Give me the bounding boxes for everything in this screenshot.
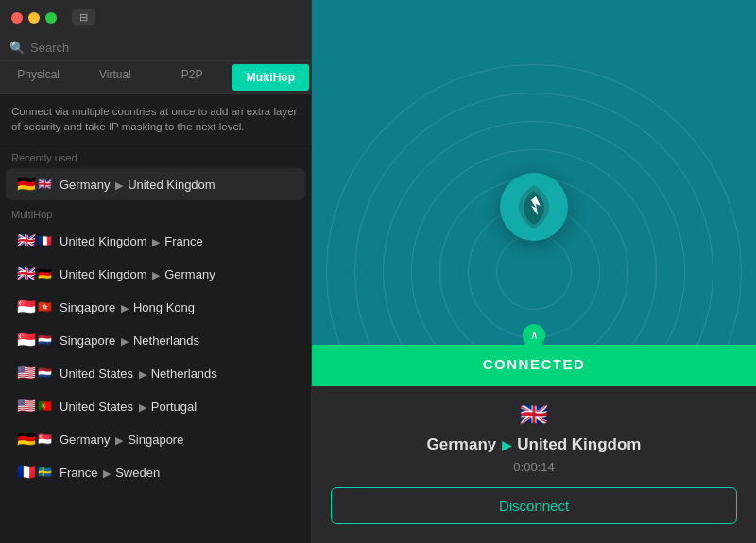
flag-to: 🇳🇱 (38, 333, 52, 347)
flag-pair: 🇺🇸 🇳🇱 (17, 365, 52, 381)
list-item[interactable]: 🇸🇬 🇭🇰 Singapore ▶ Hong Kong (6, 291, 305, 323)
connection-card: ∧ CONNECTED 🇬🇧 Germany ▶ United Kingdom … (312, 345, 756, 543)
item-label: Singapore ▶ Netherlands (60, 333, 199, 348)
connection-name: Germany ▶ United Kingdom (331, 435, 737, 454)
flag-from: 🇬🇧 (17, 233, 36, 248)
flag-to: 🇭🇰 (38, 300, 52, 314)
flag-from: 🇸🇬 (17, 332, 36, 348)
arrow-icon: ▶ (152, 236, 163, 247)
title-bar: ⊟ (0, 0, 311, 35)
tab-p2p[interactable]: P2P (154, 61, 231, 93)
list-item[interactable]: 🇸🇬 🇳🇱 Singapore ▶ Netherlands (6, 324, 305, 356)
flag-to: 🇬🇧 (38, 178, 52, 191)
flag-from: 🇬🇧 (17, 266, 36, 281)
disconnect-button[interactable]: Disconnect (331, 487, 737, 524)
search-icon: 🔍 (9, 41, 25, 55)
left-panel: ⊟ 🔍 Physical Virtual P2P MultiHop Connec… (0, 0, 312, 543)
arrow-icon: ▶ (139, 401, 149, 413)
item-label: United Kingdom ▶ Germany (60, 267, 215, 281)
arrow-icon: ▶ (115, 179, 126, 191)
multihop-label: MultiHop (0, 201, 311, 224)
tab-physical[interactable]: Physical (0, 61, 77, 93)
flag-to: 🇵🇹 (38, 399, 52, 413)
item-label: Singapore ▶ Hong Kong (60, 300, 195, 314)
item-label: United States ▶ Netherlands (60, 366, 217, 381)
logo-container (500, 173, 568, 241)
tab-bar: Physical Virtual P2P MultiHop (0, 61, 311, 94)
flag-pair: 🇺🇸 🇵🇹 (17, 399, 52, 414)
search-bar: 🔍 (0, 35, 311, 61)
search-input[interactable] (30, 41, 301, 55)
item-label: United Kingdom ▶ France (60, 234, 203, 248)
item-label: Germany ▶ Singapore (60, 433, 183, 447)
flag-from: 🇩🇪 (17, 432, 36, 447)
flag-from: 🇩🇪 (17, 177, 36, 192)
flag-to: 🇳🇱 (38, 366, 52, 380)
maximize-button[interactable] (45, 12, 57, 24)
multihop-description: Connect via multiple countries at once t… (0, 94, 311, 144)
flag-from: 🇺🇸 (17, 365, 36, 381)
flag-pair: 🇫🇷 🇸🇪 (17, 465, 52, 480)
connection-timer: 0:00:14 (331, 460, 737, 474)
item-label: France ▶ Sweden (60, 466, 160, 480)
recently-used-label: Recently used (0, 144, 311, 167)
flag-pair: 🇬🇧 🇫🇷 (17, 233, 52, 248)
flag-to: 🇸🇬 (38, 433, 52, 446)
list-item[interactable]: 🇬🇧 🇩🇪 United Kingdom ▶ Germany (6, 258, 305, 290)
flag-pair: 🇩🇪 🇸🇬 (17, 432, 52, 447)
list-item[interactable]: 🇩🇪 🇸🇬 Germany ▶ Singapore (6, 423, 305, 455)
info-card: 🇬🇧 Germany ▶ United Kingdom 0:00:14 Disc… (312, 386, 756, 543)
list-item[interactable]: 🇺🇸 🇵🇹 United States ▶ Portugal (6, 390, 305, 422)
flag-from: 🇺🇸 (17, 399, 36, 414)
window-control-button[interactable]: ⊟ (72, 9, 95, 25)
connection-status: CONNECTED (483, 356, 586, 372)
flag-pair: 🇬🇧 🇩🇪 (17, 266, 52, 281)
list-item[interactable]: 🇬🇧 🇫🇷 United Kingdom ▶ France (6, 225, 305, 257)
server-list[interactable]: Recently used 🇩🇪 🇬🇧 Germany ▶ United Kin… (0, 144, 311, 543)
item-label: United States ▶ Portugal (60, 399, 197, 414)
close-button[interactable] (11, 12, 23, 24)
arrow-icon: ▶ (103, 467, 113, 479)
flag-to: 🇫🇷 (38, 234, 52, 247)
arrow-icon: ▶ (152, 269, 163, 280)
list-item[interactable]: 🇩🇪 🇬🇧 Germany ▶ United Kingdom (6, 168, 305, 200)
arrow-icon: ▶ (115, 434, 126, 446)
connected-banner: ∧ CONNECTED (312, 345, 756, 386)
item-label: Germany ▶ United Kingdom (60, 178, 215, 192)
tab-multihop[interactable]: MultiHop (232, 64, 309, 91)
flag-to: 🇸🇪 (38, 466, 52, 479)
flag-to: 🇩🇪 (38, 267, 52, 280)
list-item[interactable]: 🇺🇸 🇳🇱 United States ▶ Netherlands (6, 357, 305, 389)
arrow-icon: ▶ (121, 302, 131, 314)
arrow-icon: ▶ (139, 368, 149, 380)
flag-pair: 🇩🇪 🇬🇧 (17, 177, 52, 192)
list-item[interactable]: 🇫🇷 🇸🇪 France ▶ Sweden (6, 456, 305, 488)
minimize-button[interactable] (28, 12, 40, 24)
flag-pair: 🇸🇬 🇳🇱 (17, 332, 52, 348)
flag-from: 🇸🇬 (17, 299, 36, 314)
right-panel: ∧ CONNECTED 🇬🇧 Germany ▶ United Kingdom … (312, 0, 756, 543)
tab-virtual[interactable]: Virtual (77, 61, 153, 93)
arrow-icon: ▶ (502, 438, 511, 452)
arrow-icon: ▶ (121, 335, 131, 347)
vpn-logo (500, 173, 568, 241)
traffic-lights (11, 12, 57, 24)
flag-from: 🇫🇷 (17, 465, 36, 480)
chevron-up-icon[interactable]: ∧ (523, 324, 545, 347)
flag-pair: 🇸🇬 🇭🇰 (17, 299, 52, 314)
connection-flag: 🇬🇧 (331, 401, 737, 428)
